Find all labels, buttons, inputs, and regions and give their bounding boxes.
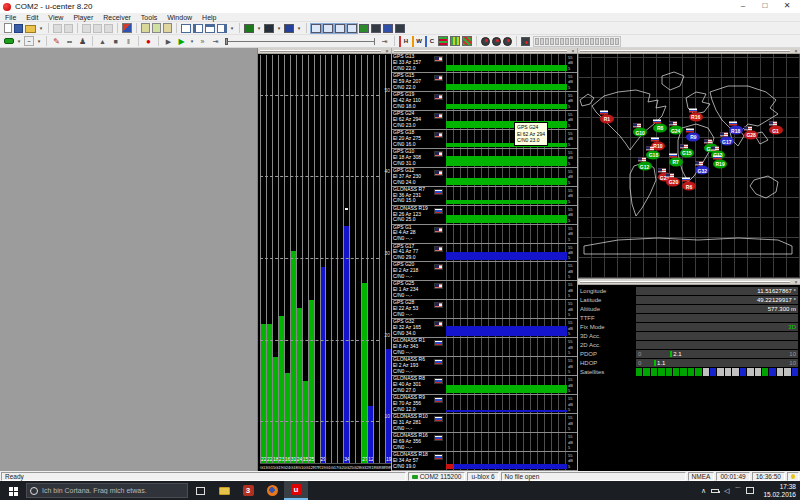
- menu-window[interactable]: Window: [162, 14, 197, 21]
- binocular-icon[interactable]: ∞: [64, 36, 75, 47]
- satellite-row-G20[interactable]: GPS G20El 2 Az 218C/N0 --.-55dB5: [392, 262, 577, 281]
- progress-slider[interactable]: [225, 36, 375, 47]
- sky-view-icon[interactable]: [311, 24, 321, 33]
- sbas-engine-icon[interactable]: [503, 37, 512, 46]
- data-view-icon[interactable]: [347, 24, 357, 33]
- volume-icon[interactable]: ◁: [724, 487, 729, 495]
- save-icon[interactable]: [14, 24, 23, 33]
- satellite-row-R18[interactable]: GLONASS R18El 34 Az 57C/N0 19.055dB5: [392, 452, 577, 471]
- satellite-row-G19[interactable]: GPS G19El 42 Az 110C/N0 18.055dB5: [392, 92, 577, 111]
- chart-view-dropdown[interactable]: ▾: [276, 23, 282, 34]
- satellite-row-G18[interactable]: GPS G18El 20 Az 275C/N0 16.055dB5: [392, 130, 577, 149]
- step-button[interactable]: ▶: [163, 36, 174, 47]
- layout-dropdown[interactable]: ▾: [229, 23, 235, 34]
- warmstart-button[interactable]: W: [412, 36, 423, 47]
- copy-icon[interactable]: [93, 24, 102, 33]
- gps-engine-icon[interactable]: [481, 37, 490, 46]
- satellite-row-R6[interactable]: GLONASS R6El 2 Az 193C/N0 --.-55dB5: [392, 357, 577, 376]
- menu-tools[interactable]: Tools: [136, 14, 162, 21]
- print-icon[interactable]: [53, 24, 62, 33]
- connect-dropdown[interactable]: ▾: [16, 36, 22, 47]
- satellite-row-R8[interactable]: GLONASS R8El 40 Az 301C/N0 27.055dB5: [392, 376, 577, 395]
- baudrate-icon[interactable]: ~: [24, 36, 34, 46]
- satellite-row-G25[interactable]: GPS G25El 1 Az 234C/N0 --.-55dB5: [392, 281, 577, 300]
- menu-edit[interactable]: Edit: [21, 14, 43, 21]
- dock-layout-1-icon[interactable]: [181, 24, 191, 33]
- satellite-row-G10[interactable]: GPS G10El 18 Az 308C/N0 31.055dB5: [392, 149, 577, 168]
- satellite-row-R19[interactable]: GLONASS R19El 26 Az 123C/N0 25.055dB5: [392, 206, 577, 225]
- table-view-dropdown[interactable]: ▾: [296, 23, 302, 34]
- satellite-row-R9[interactable]: GLONASS R9El 70 Az 356C/N0 12.055dB5: [392, 395, 577, 414]
- satellite-row-R1[interactable]: GLONASS R1El 8 Az 343C/N0 --.-55dB5: [392, 338, 577, 357]
- chart-panel-grip[interactable]: ×: [258, 48, 391, 54]
- menu-player[interactable]: Player: [68, 14, 98, 21]
- table-view-icon[interactable]: [284, 24, 294, 33]
- satellite-row-R16[interactable]: GLONASS R16El 69 Az 356C/N0 --.-55dB5: [392, 433, 577, 452]
- binary-console-icon[interactable]: [141, 23, 150, 33]
- record-button[interactable]: ●: [143, 36, 154, 47]
- eject-button[interactable]: ▲: [97, 36, 108, 47]
- notification-icon[interactable]: [746, 487, 754, 494]
- data-panel-grip[interactable]: ×: [578, 279, 800, 285]
- maximize-button[interactable]: □: [754, 0, 776, 12]
- fast-forward-button[interactable]: »: [197, 36, 208, 47]
- messages-view-icon[interactable]: [163, 23, 172, 33]
- packet-view-icon[interactable]: [371, 24, 381, 33]
- tray-expand-icon[interactable]: ∧: [701, 487, 706, 495]
- pause-button[interactable]: ‖: [123, 36, 134, 47]
- dock-layout-4-icon[interactable]: [217, 24, 227, 33]
- ublox-brand-icon[interactable]: [122, 23, 132, 33]
- satellite-row-G17[interactable]: GPS G17El 41 Az 77C/N0 29.055dB5: [392, 244, 577, 263]
- map-view-icon[interactable]: [244, 24, 254, 33]
- menu-view[interactable]: View: [43, 14, 68, 21]
- taskbar-clock[interactable]: 17:38 15.02.2016: [759, 483, 796, 499]
- chart-view-icon[interactable]: [264, 24, 274, 33]
- cut-icon[interactable]: [82, 24, 91, 33]
- close-button[interactable]: ✕: [776, 0, 798, 12]
- satellite-row-G1[interactable]: GPS G1El 4 Az 28C/N0 --.-55dB5: [392, 225, 577, 244]
- dock-layout-3-icon[interactable]: [205, 24, 215, 33]
- world-map-view-icon[interactable]: [335, 24, 345, 33]
- camera-view-icon[interactable]: [395, 24, 405, 33]
- coldstart-button[interactable]: C: [425, 36, 436, 47]
- menu-receiver[interactable]: Receiver: [98, 14, 136, 21]
- hotstart-button[interactable]: H: [399, 36, 410, 47]
- battery-icon[interactable]: [711, 489, 719, 493]
- satellite-row-R10[interactable]: GLONASS R10El 31 Az 281C/N0 --.-55dB5: [392, 414, 577, 433]
- save-config-icon[interactable]: [450, 36, 460, 46]
- text-console-icon[interactable]: [152, 23, 161, 33]
- new-file-icon[interactable]: [4, 23, 12, 33]
- console-view-icon[interactable]: [359, 24, 369, 33]
- play-dropdown[interactable]: ▾: [189, 36, 195, 47]
- task-view-button[interactable]: [188, 481, 212, 500]
- u-center-taskbar-button[interactable]: u: [284, 481, 308, 500]
- satellite-row-G12[interactable]: GPS G12El 37 Az 230C/N0 24.055dB5: [392, 168, 577, 187]
- baudrate-dropdown[interactable]: ▾: [36, 36, 42, 47]
- satellite-row-G28[interactable]: GPS G28El 22 Az 53C/N0 --.-55dB5: [392, 300, 577, 319]
- cortana-search-box[interactable]: Ich bin Cortana. Frag mich etwas.: [26, 483, 188, 498]
- skip-end-button[interactable]: ⇥: [210, 36, 221, 47]
- data-panel-close-icon[interactable]: ×: [793, 279, 799, 285]
- config-pen-icon[interactable]: ✎: [51, 36, 62, 47]
- menu-help[interactable]: Help: [197, 14, 221, 21]
- network-icon[interactable]: ⌒: [734, 486, 741, 496]
- satellite-row-G13[interactable]: GPS G13El 33 Az 157C/N0 22.055dB5: [392, 54, 577, 73]
- dock-layout-2-icon[interactable]: [193, 24, 203, 33]
- reset-config-icon[interactable]: [438, 36, 448, 46]
- start-button[interactable]: [0, 481, 26, 500]
- minimize-button[interactable]: –: [732, 0, 754, 12]
- file-explorer-button[interactable]: [212, 481, 236, 500]
- load-config-icon[interactable]: [462, 36, 472, 46]
- satellite-row-R7[interactable]: GLONASS R7El 36 Az 231C/N0 15.055dB5: [392, 187, 577, 206]
- satellite-row-G24[interactable]: GPS G24El 62 Az 294C/N0 23.055dB5: [392, 111, 577, 130]
- map-view-dropdown[interactable]: ▾: [256, 23, 262, 34]
- satellite-row-G32[interactable]: GPS G32El 32 Az 165C/N0 34.055dB5: [392, 319, 577, 338]
- print-preview-icon[interactable]: [64, 24, 73, 33]
- stop-button[interactable]: ■: [110, 36, 121, 47]
- open-dropdown[interactable]: ▾: [38, 23, 44, 34]
- firefox-button[interactable]: [260, 481, 284, 500]
- list-panel-close-icon[interactable]: ×: [570, 48, 576, 54]
- user-icon[interactable]: ♟: [77, 36, 88, 47]
- satellite-row-G15[interactable]: GPS G15El 59 Az 207C/N0 22.055dB5: [392, 73, 577, 92]
- signal-view-icon[interactable]: [323, 24, 333, 33]
